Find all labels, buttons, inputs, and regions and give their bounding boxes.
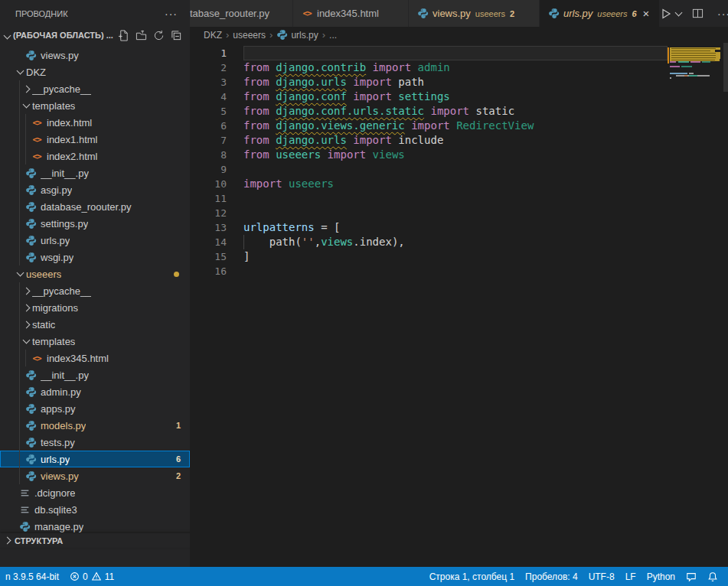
- code-line-3[interactable]: from django.urls import path: [243, 75, 667, 90]
- minimap[interactable]: [668, 43, 723, 135]
- notifications-bell-icon[interactable]: [702, 567, 723, 586]
- breadcrumb-item-...[interactable]: ...: [329, 30, 337, 41]
- code-line-16[interactable]: [243, 264, 667, 278]
- line-number-gutter: 12345678910111213141516: [190, 46, 227, 278]
- explorer-title: ПРОВОДНИК: [15, 9, 68, 18]
- split-editor-button[interactable]: [692, 8, 704, 19]
- breadcrumb-item-useeers[interactable]: useeers: [233, 30, 266, 41]
- feedback-icon[interactable]: [681, 567, 702, 586]
- code-line-13[interactable]: urlpatterns = [: [243, 220, 667, 235]
- tree-item-tests.py[interactable]: tests.py: [0, 434, 190, 451]
- code-line-6[interactable]: from django.views.generic import Redirec…: [243, 119, 667, 133]
- tree-item-label: index1.html: [47, 134, 97, 145]
- tree-item-index2.html[interactable]: <>index2.html: [0, 148, 190, 164]
- tree-item-apps.py[interactable]: apps.py: [0, 400, 190, 417]
- html-icon: <>: [31, 352, 43, 364]
- tree-item-index1.html[interactable]: <>index1.html: [0, 131, 190, 148]
- tree-item-db.sqlite3[interactable]: db.sqlite3: [0, 501, 190, 518]
- code-line-1[interactable]: [243, 46, 667, 60]
- tree-item-templates[interactable]: templates: [0, 97, 190, 114]
- encoding-status[interactable]: UTF-8: [583, 567, 620, 586]
- explorer-more-actions-icon[interactable]: ···: [162, 8, 181, 20]
- tree-item-views.py[interactable]: views.py: [0, 47, 190, 63]
- tree-item-models.py[interactable]: models.py1: [0, 417, 190, 434]
- editor-scrollbar[interactable]: [723, 43, 728, 92]
- tree-item-label: index2.html: [47, 151, 97, 162]
- code-line-12[interactable]: [243, 206, 667, 220]
- tree-item-__pycache__[interactable]: __pycache__: [0, 282, 190, 299]
- tab-views.py[interactable]: views.pyuseeers2: [409, 0, 539, 27]
- new-folder-icon[interactable]: [135, 30, 147, 41]
- code-line-15[interactable]: ]: [243, 249, 667, 264]
- code-line-11[interactable]: [243, 191, 667, 206]
- workspace-section-header[interactable]: (РАБОЧАЯ ОБЛАСТЬ) ...: [0, 27, 190, 44]
- code-line-14[interactable]: path('',views.index),: [243, 235, 667, 249]
- tab-tabase_roouter.py[interactable]: tabase_roouter.py: [190, 0, 292, 27]
- tree-item-label: DKZ: [26, 67, 46, 78]
- collapse-all-icon[interactable]: [171, 30, 182, 41]
- eol-status[interactable]: LF: [620, 567, 641, 586]
- tree-item-admin.py[interactable]: admin.py: [0, 383, 190, 400]
- tree-item-wsgi.py[interactable]: wsgi.py: [0, 249, 190, 265]
- tree-item-asgi.py[interactable]: asgi.py: [0, 181, 190, 198]
- code-line-2[interactable]: from django.contrib import admin: [243, 60, 667, 75]
- tab-urls.py[interactable]: urls.pyuseeers6×: [540, 0, 659, 27]
- problems-status[interactable]: 0 11: [64, 567, 119, 586]
- tree-item-urls.py[interactable]: urls.py: [0, 232, 190, 249]
- line-number: 13: [190, 220, 227, 235]
- chevron-down-icon: [22, 101, 30, 109]
- tree-item-templates[interactable]: templates: [0, 333, 190, 350]
- python-icon: [416, 8, 429, 20]
- cursor-position-status[interactable]: Строка 1, столбец 1: [424, 567, 520, 586]
- line-number: 11: [190, 191, 227, 206]
- language-mode-status[interactable]: Python: [641, 567, 681, 586]
- close-icon[interactable]: ×: [643, 8, 650, 19]
- tree-item-.dcignore[interactable]: .dcignore: [0, 484, 190, 501]
- breadcrumb-label: urls.py: [291, 30, 318, 41]
- tree-item-__pycache__[interactable]: __pycache__: [0, 80, 190, 97]
- breadcrumb: DKZ›useeers›urls.py›...: [190, 27, 728, 43]
- breadcrumb-separator: ›: [226, 29, 229, 41]
- problems-badge: 6: [176, 454, 181, 464]
- code-line-5[interactable]: from django.conf.urls.static import stat…: [243, 104, 667, 119]
- explorer-sidebar: ПРОВОДНИК ··· (РАБОЧАЯ ОБЛАСТЬ) ... view…: [0, 0, 190, 567]
- tree-item-database_roouter.py[interactable]: database_roouter.py: [0, 198, 190, 215]
- line-number: 12: [190, 206, 227, 220]
- tree-item-static[interactable]: static: [0, 316, 190, 333]
- breadcrumb-item-DKZ[interactable]: DKZ: [204, 30, 222, 41]
- tree-item-index345.html[interactable]: <>index345.html: [0, 350, 190, 366]
- code-line-4[interactable]: from django.conf import settings: [243, 90, 667, 104]
- tree-item-useeers[interactable]: useeers: [0, 265, 190, 282]
- tree-item-views.py[interactable]: views.py2: [0, 467, 190, 484]
- outline-label: СТРУКТУРА: [15, 536, 63, 545]
- tree-item-__init__.py[interactable]: __init__.py: [0, 164, 190, 181]
- tree-item-__init__.py[interactable]: __init__.py: [0, 366, 190, 383]
- tree-item-index.html[interactable]: <>index.html: [0, 114, 190, 131]
- tree-item-DKZ[interactable]: DKZ: [0, 63, 190, 80]
- python-version-status[interactable]: n 3.9.5 64-bit: [0, 567, 64, 586]
- tab-problems-badge: 2: [510, 9, 514, 18]
- code-line-8[interactable]: from useeers import views: [243, 148, 667, 162]
- run-python-button[interactable]: [660, 8, 681, 20]
- tree-item-migrations[interactable]: migrations: [0, 299, 190, 316]
- tab-index345.html[interactable]: <>index345.html: [293, 0, 408, 27]
- tree-item-manage.py[interactable]: manage.py: [0, 518, 190, 533]
- line-number: 15: [190, 249, 227, 264]
- tree-item-urls.py[interactable]: urls.py6: [0, 451, 190, 467]
- list-file-icon: [18, 503, 31, 516]
- tree-item-settings.py[interactable]: settings.py: [0, 215, 190, 232]
- tree-item-label: asgi.py: [41, 184, 72, 196]
- breadcrumb-item-urls.py[interactable]: urls.py: [276, 29, 318, 41]
- chevron-right-icon: [22, 85, 30, 93]
- python-icon: [24, 419, 37, 431]
- editor-more-actions-icon[interactable]: ···: [714, 8, 728, 20]
- code-line-10[interactable]: import useeers: [243, 177, 667, 191]
- refresh-icon[interactable]: [153, 30, 165, 41]
- run-dropdown-icon[interactable]: [675, 8, 683, 16]
- indentation-status[interactable]: Пробелов: 4: [520, 567, 583, 586]
- new-file-icon[interactable]: [118, 30, 129, 41]
- outline-section-header[interactable]: СТРУКТУРА: [0, 533, 193, 548]
- code-editor[interactable]: 12345678910111213141516 from django.cont…: [190, 43, 728, 567]
- code-line-9[interactable]: [243, 162, 667, 177]
- code-line-7[interactable]: from django.urls import include: [243, 133, 667, 148]
